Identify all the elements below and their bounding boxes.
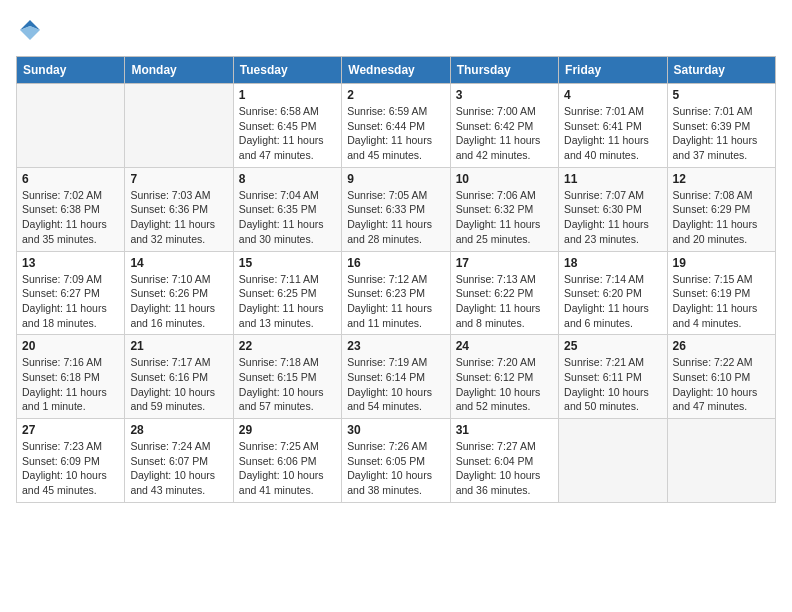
- day-info: Sunrise: 7:15 AM Sunset: 6:19 PM Dayligh…: [673, 272, 770, 331]
- daylight: Daylight: 10 hours and 57 minutes.: [239, 386, 324, 413]
- sunset: Sunset: 6:20 PM: [564, 287, 642, 299]
- calendar-cell: 8 Sunrise: 7:04 AM Sunset: 6:35 PM Dayli…: [233, 167, 341, 251]
- calendar-cell: [17, 84, 125, 168]
- daylight: Daylight: 10 hours and 59 minutes.: [130, 386, 215, 413]
- day-info: Sunrise: 7:00 AM Sunset: 6:42 PM Dayligh…: [456, 104, 553, 163]
- day-number: 11: [564, 172, 661, 186]
- day-number: 2: [347, 88, 444, 102]
- sunrise: Sunrise: 7:27 AM: [456, 440, 536, 452]
- daylight: Daylight: 11 hours and 30 minutes.: [239, 218, 324, 245]
- sunrise: Sunrise: 7:17 AM: [130, 356, 210, 368]
- day-number: 27: [22, 423, 119, 437]
- calendar-cell: 16 Sunrise: 7:12 AM Sunset: 6:23 PM Dayl…: [342, 251, 450, 335]
- sunrise: Sunrise: 6:59 AM: [347, 105, 427, 117]
- calendar-week-row: 13 Sunrise: 7:09 AM Sunset: 6:27 PM Dayl…: [17, 251, 776, 335]
- day-number: 26: [673, 339, 770, 353]
- sunset: Sunset: 6:18 PM: [22, 371, 100, 383]
- calendar-cell: 2 Sunrise: 6:59 AM Sunset: 6:44 PM Dayli…: [342, 84, 450, 168]
- day-number: 14: [130, 256, 227, 270]
- calendar-cell: 3 Sunrise: 7:00 AM Sunset: 6:42 PM Dayli…: [450, 84, 558, 168]
- daylight: Daylight: 11 hours and 23 minutes.: [564, 218, 649, 245]
- sunrise: Sunrise: 7:16 AM: [22, 356, 102, 368]
- sunset: Sunset: 6:45 PM: [239, 120, 317, 132]
- daylight: Daylight: 11 hours and 6 minutes.: [564, 302, 649, 329]
- calendar-header-row: SundayMondayTuesdayWednesdayThursdayFrid…: [17, 57, 776, 84]
- calendar-cell: 31 Sunrise: 7:27 AM Sunset: 6:04 PM Dayl…: [450, 419, 558, 503]
- daylight: Daylight: 10 hours and 43 minutes.: [130, 469, 215, 496]
- daylight: Daylight: 11 hours and 20 minutes.: [673, 218, 758, 245]
- calendar-cell: 25 Sunrise: 7:21 AM Sunset: 6:11 PM Dayl…: [559, 335, 667, 419]
- daylight: Daylight: 11 hours and 45 minutes.: [347, 134, 432, 161]
- calendar-cell: 20 Sunrise: 7:16 AM Sunset: 6:18 PM Dayl…: [17, 335, 125, 419]
- column-header-thursday: Thursday: [450, 57, 558, 84]
- calendar-cell: 9 Sunrise: 7:05 AM Sunset: 6:33 PM Dayli…: [342, 167, 450, 251]
- day-number: 6: [22, 172, 119, 186]
- sunrise: Sunrise: 7:04 AM: [239, 189, 319, 201]
- daylight: Daylight: 10 hours and 41 minutes.: [239, 469, 324, 496]
- sunset: Sunset: 6:38 PM: [22, 203, 100, 215]
- sunrise: Sunrise: 7:10 AM: [130, 273, 210, 285]
- calendar-week-row: 6 Sunrise: 7:02 AM Sunset: 6:38 PM Dayli…: [17, 167, 776, 251]
- daylight: Daylight: 11 hours and 18 minutes.: [22, 302, 107, 329]
- calendar-cell: 5 Sunrise: 7:01 AM Sunset: 6:39 PM Dayli…: [667, 84, 775, 168]
- calendar-cell: 23 Sunrise: 7:19 AM Sunset: 6:14 PM Dayl…: [342, 335, 450, 419]
- sunrise: Sunrise: 7:22 AM: [673, 356, 753, 368]
- calendar-week-row: 20 Sunrise: 7:16 AM Sunset: 6:18 PM Dayl…: [17, 335, 776, 419]
- calendar-cell: 28 Sunrise: 7:24 AM Sunset: 6:07 PM Dayl…: [125, 419, 233, 503]
- sunset: Sunset: 6:10 PM: [673, 371, 751, 383]
- sunset: Sunset: 6:15 PM: [239, 371, 317, 383]
- day-info: Sunrise: 7:14 AM Sunset: 6:20 PM Dayligh…: [564, 272, 661, 331]
- calendar-cell: 24 Sunrise: 7:20 AM Sunset: 6:12 PM Dayl…: [450, 335, 558, 419]
- daylight: Daylight: 11 hours and 37 minutes.: [673, 134, 758, 161]
- daylight: Daylight: 11 hours and 32 minutes.: [130, 218, 215, 245]
- day-info: Sunrise: 7:09 AM Sunset: 6:27 PM Dayligh…: [22, 272, 119, 331]
- day-info: Sunrise: 7:12 AM Sunset: 6:23 PM Dayligh…: [347, 272, 444, 331]
- calendar-cell: 26 Sunrise: 7:22 AM Sunset: 6:10 PM Dayl…: [667, 335, 775, 419]
- sunrise: Sunrise: 7:23 AM: [22, 440, 102, 452]
- day-number: 23: [347, 339, 444, 353]
- calendar-week-row: 1 Sunrise: 6:58 AM Sunset: 6:45 PM Dayli…: [17, 84, 776, 168]
- column-header-saturday: Saturday: [667, 57, 775, 84]
- day-info: Sunrise: 7:21 AM Sunset: 6:11 PM Dayligh…: [564, 355, 661, 414]
- daylight: Daylight: 10 hours and 45 minutes.: [22, 469, 107, 496]
- sunset: Sunset: 6:35 PM: [239, 203, 317, 215]
- column-header-monday: Monday: [125, 57, 233, 84]
- day-info: Sunrise: 7:06 AM Sunset: 6:32 PM Dayligh…: [456, 188, 553, 247]
- sunset: Sunset: 6:04 PM: [456, 455, 534, 467]
- daylight: Daylight: 11 hours and 47 minutes.: [239, 134, 324, 161]
- sunrise: Sunrise: 7:18 AM: [239, 356, 319, 368]
- day-info: Sunrise: 7:10 AM Sunset: 6:26 PM Dayligh…: [130, 272, 227, 331]
- sunset: Sunset: 6:11 PM: [564, 371, 642, 383]
- day-number: 4: [564, 88, 661, 102]
- column-header-sunday: Sunday: [17, 57, 125, 84]
- day-number: 3: [456, 88, 553, 102]
- sunrise: Sunrise: 7:20 AM: [456, 356, 536, 368]
- sunset: Sunset: 6:41 PM: [564, 120, 642, 132]
- sunrise: Sunrise: 6:58 AM: [239, 105, 319, 117]
- calendar-cell: 30 Sunrise: 7:26 AM Sunset: 6:05 PM Dayl…: [342, 419, 450, 503]
- sunset: Sunset: 6:42 PM: [456, 120, 534, 132]
- calendar-cell: 7 Sunrise: 7:03 AM Sunset: 6:36 PM Dayli…: [125, 167, 233, 251]
- calendar-cell: 12 Sunrise: 7:08 AM Sunset: 6:29 PM Dayl…: [667, 167, 775, 251]
- sunrise: Sunrise: 7:03 AM: [130, 189, 210, 201]
- daylight: Daylight: 11 hours and 1 minute.: [22, 386, 107, 413]
- sunset: Sunset: 6:30 PM: [564, 203, 642, 215]
- sunrise: Sunrise: 7:13 AM: [456, 273, 536, 285]
- calendar-week-row: 27 Sunrise: 7:23 AM Sunset: 6:09 PM Dayl…: [17, 419, 776, 503]
- day-number: 21: [130, 339, 227, 353]
- daylight: Daylight: 11 hours and 25 minutes.: [456, 218, 541, 245]
- day-info: Sunrise: 7:07 AM Sunset: 6:30 PM Dayligh…: [564, 188, 661, 247]
- sunset: Sunset: 6:32 PM: [456, 203, 534, 215]
- day-info: Sunrise: 7:01 AM Sunset: 6:41 PM Dayligh…: [564, 104, 661, 163]
- sunset: Sunset: 6:09 PM: [22, 455, 100, 467]
- sunrise: Sunrise: 7:01 AM: [673, 105, 753, 117]
- day-info: Sunrise: 7:26 AM Sunset: 6:05 PM Dayligh…: [347, 439, 444, 498]
- day-info: Sunrise: 7:24 AM Sunset: 6:07 PM Dayligh…: [130, 439, 227, 498]
- calendar-cell: 14 Sunrise: 7:10 AM Sunset: 6:26 PM Dayl…: [125, 251, 233, 335]
- daylight: Daylight: 11 hours and 40 minutes.: [564, 134, 649, 161]
- sunset: Sunset: 6:23 PM: [347, 287, 425, 299]
- calendar-cell: 22 Sunrise: 7:18 AM Sunset: 6:15 PM Dayl…: [233, 335, 341, 419]
- sunrise: Sunrise: 7:02 AM: [22, 189, 102, 201]
- sunrise: Sunrise: 7:15 AM: [673, 273, 753, 285]
- sunset: Sunset: 6:44 PM: [347, 120, 425, 132]
